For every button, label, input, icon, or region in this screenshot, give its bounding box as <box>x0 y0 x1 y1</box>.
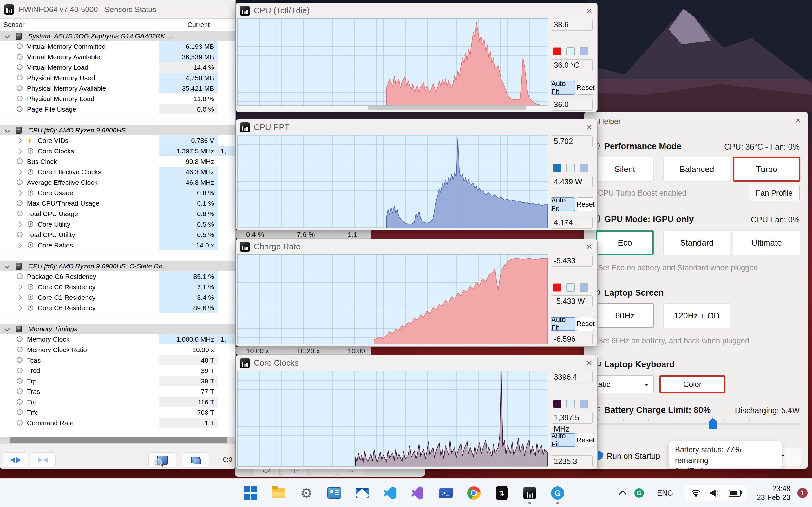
reset-button[interactable]: Reset <box>577 198 595 211</box>
chevron-down-icon[interactable] <box>5 326 10 331</box>
tray-chevron-up-icon[interactable] <box>619 490 627 498</box>
taskbar-icon-system-monitor[interactable] <box>327 486 341 500</box>
sensor-row[interactable]: Total CPU Usage0.8 % <box>0 209 236 219</box>
chevron-right-icon[interactable] <box>17 222 22 227</box>
sensor-row[interactable]: Total CPU Utility0.5 % <box>0 229 236 240</box>
monitor-search-button[interactable] <box>148 452 176 468</box>
close-icon[interactable]: × <box>586 121 592 133</box>
chevron-down-icon[interactable] <box>5 33 10 39</box>
sensor-row[interactable]: Core Effective Clocks46.3 MHz <box>0 167 236 177</box>
sensor-row[interactable]: Package C6 Residency85.1 % <box>0 271 236 282</box>
slider-handle[interactable] <box>709 418 717 429</box>
taskbar-icon-ghelper[interactable]: G <box>551 486 565 500</box>
close-icon[interactable]: × <box>586 357 592 369</box>
close-icon[interactable]: × <box>795 115 801 126</box>
perf-balanced-button[interactable]: Balanced <box>663 157 730 181</box>
reset-button[interactable]: Reset <box>577 81 595 95</box>
color-swatch[interactable] <box>580 47 588 55</box>
graph-hscrollbar[interactable] <box>237 106 548 110</box>
fan-profile-button[interactable]: Fan Profile <box>749 185 800 201</box>
sensor-row[interactable]: Core C1 Residency3.4 % <box>0 292 236 302</box>
chevron-down-icon[interactable] <box>5 127 10 133</box>
sensor-row[interactable]: Virtual Memory Available36,539 MB <box>0 52 236 62</box>
color-swatch[interactable] <box>553 164 561 172</box>
screen-120hz-button[interactable]: 120Hz + OD <box>663 303 730 328</box>
sensor-row[interactable]: Page File Usage0.0 % <box>0 104 236 114</box>
sensor-row[interactable]: Physical Memory Load11.8 % <box>0 94 236 104</box>
sensor-row[interactable]: Virtual Memory Load14.4 % <box>0 62 236 72</box>
chevron-right-icon[interactable] <box>17 243 22 248</box>
sensor-row[interactable]: Physical Memory Used4,750 MB <box>0 72 236 83</box>
collapse-columns-button[interactable] <box>30 452 55 468</box>
expand-columns-button[interactable] <box>3 452 28 468</box>
taskbar-icon-vscode[interactable] <box>383 486 397 500</box>
sensor-row[interactable]: Tras77 T <box>0 386 236 397</box>
taskbar-icon-start[interactable] <box>244 486 258 500</box>
clock[interactable]: 23:48 23-Feb-23 <box>757 484 791 502</box>
chevron-right-icon[interactable] <box>17 170 22 175</box>
graph-titlebar[interactable]: Charge Rate <box>236 239 597 255</box>
perf-silent-button[interactable]: Silent <box>596 157 654 181</box>
chevron-right-icon[interactable] <box>17 149 22 154</box>
color-swatch[interactable] <box>580 400 588 408</box>
auto-fit-button[interactable]: Auto Fit <box>551 433 575 447</box>
taskbar-icon-mail[interactable] <box>355 486 369 500</box>
gpu-ultimate-button[interactable]: Ultimate <box>733 230 800 255</box>
auto-fit-button[interactable]: Auto Fit <box>551 81 575 95</box>
section-row[interactable]: CPU [#0]: AMD Ryzen 9 6900HS: C-State Re… <box>0 261 236 271</box>
sensor-row[interactable]: Tcas40 T <box>0 355 236 365</box>
section-row[interactable]: CPU [#0]: AMD Ryzen 9 6900HS <box>0 125 236 135</box>
reset-button[interactable]: Reset <box>577 433 595 447</box>
color-swatch[interactable] <box>580 164 588 172</box>
sensor-row[interactable]: Physical Memory Available35,421 MB <box>0 83 236 94</box>
keyboard-color-button[interactable]: Color <box>659 376 725 393</box>
taskbar-icon-chrome[interactable] <box>467 486 481 500</box>
close-icon[interactable]: × <box>586 5 592 16</box>
sensor-row[interactable]: Virtual Memory Committed6,193 MB <box>0 41 236 52</box>
color-swatch[interactable] <box>566 164 575 172</box>
close-icon[interactable]: × <box>586 241 592 252</box>
sensor-row[interactable]: Trcd39 T <box>0 365 236 376</box>
sensor-row[interactable]: Core Usage0.8 % <box>0 187 236 198</box>
sensor-row[interactable]: Core C0 Residency7.1 % <box>0 282 236 292</box>
sensor-row[interactable]: Core C6 Residency89.6 % <box>0 302 236 313</box>
section-row[interactable]: Memory Timings <box>0 324 236 334</box>
chevron-down-icon[interactable] <box>5 263 10 269</box>
color-swatch[interactable] <box>553 47 561 55</box>
taskbar-icon-media-app[interactable]: ⇅ <box>495 486 509 500</box>
screen-60hz-button[interactable]: 60Hz <box>596 303 654 328</box>
graph-titlebar[interactable]: CPU (Tctl/Tdie) <box>236 3 597 18</box>
taskbar-icon-explorer[interactable] <box>271 486 286 500</box>
taskbar-icon-settings[interactable]: ⚙ <box>299 486 313 500</box>
chevron-right-icon[interactable] <box>17 190 22 196</box>
column-current[interactable]: Current <box>0 21 210 29</box>
sensor-row[interactable]: Trfc708 T <box>0 407 236 418</box>
auto-fit-button[interactable]: Auto Fit <box>551 198 575 211</box>
sensor-row[interactable]: Trp39 T <box>0 376 236 386</box>
gpu-standard-button[interactable]: Standard <box>663 230 730 255</box>
taskbar-icon-hwinfo[interactable] <box>523 486 537 500</box>
chevron-right-icon[interactable] <box>17 295 22 300</box>
color-swatch[interactable] <box>580 283 588 291</box>
sensor-row[interactable]: Average Effective Clock46.3 MHz <box>0 177 236 187</box>
reset-button[interactable]: Reset <box>577 317 595 331</box>
grammarly-tray-icon[interactable]: G <box>635 488 644 498</box>
color-swatch[interactable] <box>566 283 575 291</box>
color-swatch[interactable] <box>566 47 575 55</box>
sensor-row[interactable]: Bus Clock99.8 MHz <box>0 156 236 167</box>
taskbar-icon-powershell[interactable]: >_ <box>439 486 453 500</box>
section-row[interactable]: System: ASUS ROG Zephyrus G14 GA402RK_..… <box>0 31 236 41</box>
gpu-eco-button[interactable]: Eco <box>596 230 654 255</box>
chevron-right-icon[interactable] <box>17 305 22 311</box>
sensor-row[interactable]: Memory Clock Ratio10.00 x <box>0 344 236 355</box>
sensor-row[interactable]: Memory Clock1,000.0 MHz1, <box>0 334 236 344</box>
graph-titlebar[interactable]: CPU PPT <box>236 119 597 135</box>
sensor-row[interactable]: Core Ratios14.0 x <box>0 240 236 250</box>
color-swatch[interactable] <box>553 400 561 408</box>
hwinfo-hscrollbar[interactable] <box>0 437 236 443</box>
sensor-row[interactable]: Command Rate1 T <box>0 418 236 428</box>
chevron-right-icon[interactable] <box>17 285 22 290</box>
tray-status-pill[interactable] <box>684 485 747 501</box>
color-swatch[interactable] <box>566 400 575 408</box>
auto-fit-button[interactable]: Auto Fit <box>551 317 575 331</box>
